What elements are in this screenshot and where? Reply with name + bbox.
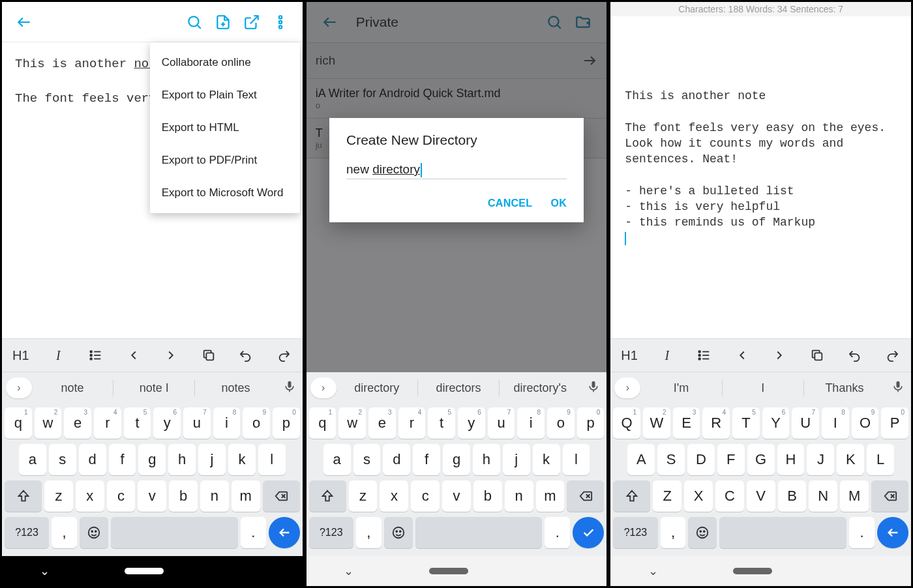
fmt-next-icon[interactable] bbox=[152, 339, 190, 372]
key-space[interactable] bbox=[719, 517, 846, 548]
key-h[interactable]: H bbox=[777, 444, 805, 475]
key-c[interactable]: c bbox=[411, 480, 440, 512]
nav-home-icon[interactable] bbox=[429, 568, 468, 574]
menu-export-word[interactable]: Export to Microsoft Word bbox=[150, 177, 300, 209]
fmt-prev-icon[interactable] bbox=[115, 339, 153, 372]
key-o[interactable]: O9 bbox=[852, 407, 879, 439]
key-c[interactable]: c bbox=[107, 480, 136, 512]
key-backspace-icon[interactable] bbox=[263, 480, 300, 512]
key-period[interactable]: . bbox=[241, 517, 266, 548]
key-f[interactable]: F bbox=[717, 444, 745, 475]
key-symbols[interactable]: ?123 bbox=[309, 517, 353, 548]
key-x[interactable]: x bbox=[76, 480, 104, 512]
key-g[interactable]: g bbox=[443, 444, 470, 475]
key-enter-icon[interactable] bbox=[269, 517, 300, 548]
key-e[interactable]: E3 bbox=[673, 407, 700, 439]
menu-export-plain[interactable]: Export to Plain Text bbox=[150, 79, 300, 111]
menu-export-html[interactable]: Export to HTML bbox=[150, 111, 300, 144]
key-d[interactable]: d bbox=[79, 444, 106, 475]
fmt-undo-icon[interactable] bbox=[227, 339, 265, 372]
nav-back-icon[interactable]: ⌄ bbox=[344, 564, 353, 578]
key-r[interactable]: r4 bbox=[94, 407, 121, 439]
fmt-h1[interactable]: H1 bbox=[610, 339, 648, 372]
key-s[interactable]: s bbox=[49, 444, 76, 475]
key-d[interactable]: D bbox=[687, 444, 715, 475]
key-r[interactable]: R4 bbox=[702, 407, 730, 439]
key-comma[interactable]: , bbox=[661, 517, 686, 548]
key-v[interactable]: v bbox=[138, 480, 166, 512]
key-o[interactable]: o9 bbox=[547, 407, 575, 439]
key-symbols[interactable]: ?123 bbox=[5, 517, 49, 548]
suggestion-3[interactable]: Thanks bbox=[804, 380, 885, 396]
key-q[interactable]: q1 bbox=[5, 407, 32, 439]
key-k[interactable]: K bbox=[837, 444, 864, 475]
suggestion-1[interactable]: note bbox=[32, 380, 113, 396]
key-space[interactable] bbox=[415, 517, 543, 548]
menu-collaborate[interactable]: Collaborate online bbox=[150, 46, 300, 79]
key-a[interactable]: a bbox=[19, 444, 46, 475]
key-w[interactable]: W2 bbox=[643, 407, 670, 439]
fmt-undo-icon[interactable] bbox=[836, 339, 874, 372]
key-i[interactable]: i8 bbox=[517, 407, 545, 439]
cancel-button[interactable]: CANCEL bbox=[488, 198, 532, 209]
key-q[interactable]: q1 bbox=[309, 407, 337, 439]
key-v[interactable]: v bbox=[442, 480, 471, 512]
suggestion-3[interactable]: notes bbox=[195, 380, 276, 396]
key-b[interactable]: b bbox=[169, 480, 198, 512]
key-backspace-icon[interactable] bbox=[871, 480, 908, 512]
new-doc-icon[interactable] bbox=[209, 8, 237, 37]
suggestion-2[interactable]: note I bbox=[113, 380, 195, 396]
key-f[interactable]: f bbox=[413, 444, 440, 475]
key-z[interactable]: z bbox=[44, 480, 73, 512]
fmt-copy-icon[interactable] bbox=[798, 339, 836, 372]
key-m[interactable]: M bbox=[840, 480, 869, 512]
mic-icon[interactable] bbox=[277, 380, 303, 396]
key-l[interactable]: L bbox=[867, 444, 894, 475]
key-f[interactable]: f bbox=[109, 444, 136, 475]
ok-button[interactable]: OK bbox=[550, 198, 567, 209]
key-s[interactable]: S bbox=[657, 444, 685, 475]
key-m[interactable]: m bbox=[536, 480, 565, 512]
key-h[interactable]: h bbox=[168, 444, 196, 475]
key-d[interactable]: d bbox=[383, 444, 410, 475]
key-u[interactable]: u7 bbox=[488, 407, 515, 439]
key-e[interactable]: e3 bbox=[368, 407, 396, 439]
key-u[interactable]: U7 bbox=[792, 407, 819, 439]
key-space[interactable] bbox=[111, 517, 238, 548]
key-emoji-icon[interactable] bbox=[80, 517, 108, 548]
key-period[interactable]: . bbox=[849, 517, 875, 548]
key-y[interactable]: y6 bbox=[458, 407, 485, 439]
fmt-h1[interactable]: H1 bbox=[2, 339, 40, 372]
back-button[interactable] bbox=[10, 8, 38, 37]
key-n[interactable]: n bbox=[505, 480, 533, 512]
key-backspace-icon[interactable] bbox=[567, 480, 604, 512]
key-p[interactable]: p0 bbox=[273, 407, 300, 439]
key-o[interactable]: o9 bbox=[243, 407, 270, 439]
key-symbols[interactable]: ?123 bbox=[613, 517, 657, 548]
key-s[interactable]: s bbox=[353, 444, 381, 475]
key-p[interactable]: P0 bbox=[881, 407, 908, 439]
key-j[interactable]: j bbox=[503, 444, 530, 475]
key-q[interactable]: Q1 bbox=[613, 407, 640, 439]
key-shift-icon[interactable] bbox=[309, 480, 346, 512]
suggestion-1[interactable]: I'm bbox=[640, 380, 722, 396]
key-p[interactable]: p0 bbox=[577, 407, 605, 439]
search-icon[interactable] bbox=[180, 8, 209, 37]
key-t[interactable]: t5 bbox=[124, 407, 151, 439]
key-w[interactable]: w2 bbox=[338, 407, 366, 439]
mic-icon[interactable] bbox=[580, 380, 606, 396]
key-w[interactable]: w2 bbox=[35, 407, 62, 439]
suggestion-expand-icon[interactable]: › bbox=[6, 377, 32, 398]
editor-area[interactable]: This is another note The font feels very… bbox=[610, 16, 911, 338]
key-y[interactable]: y6 bbox=[153, 407, 181, 439]
key-x[interactable]: x bbox=[380, 480, 408, 512]
suggestion-expand-icon[interactable]: › bbox=[310, 377, 337, 398]
key-j[interactable]: J bbox=[807, 444, 834, 475]
key-z[interactable]: z bbox=[349, 480, 378, 512]
key-emoji-icon[interactable] bbox=[688, 517, 717, 548]
key-m[interactable]: m bbox=[232, 480, 260, 512]
key-l[interactable]: l bbox=[258, 444, 286, 475]
key-l[interactable]: l bbox=[563, 444, 590, 475]
suggestion-3[interactable]: directory's bbox=[500, 380, 580, 396]
suggestion-2[interactable]: directors bbox=[418, 380, 500, 396]
